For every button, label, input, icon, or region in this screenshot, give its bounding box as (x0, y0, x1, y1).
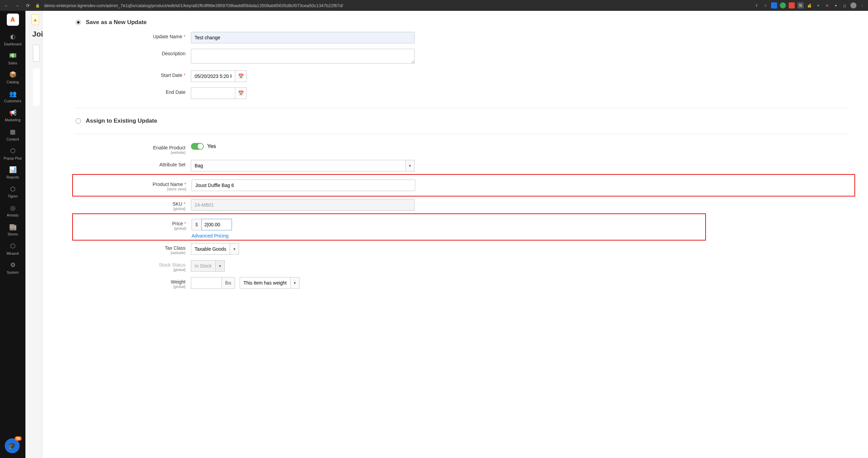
enable-product-value: Yes (207, 143, 216, 149)
browser-back-button[interactable]: ← (3, 2, 9, 9)
underlying-field-fragment (33, 45, 40, 62)
description-row: Description (76, 46, 848, 68)
customers-icon: 👥 (9, 90, 17, 98)
weight-type-caret[interactable]: ▼ (290, 277, 300, 289)
amasty-icon: ◎ (10, 205, 16, 212)
browser-extensions: ⇧ ☆ N 💰 ✦ ⚙ ✦ ◻ ⋮ (753, 2, 865, 8)
sidebar-item-customers[interactable]: 👥Customers (0, 88, 25, 107)
tax-class-row: Tax Class[website] Taxable Goods ▼ (76, 241, 848, 257)
scope-global: [global] (76, 207, 185, 211)
stores-icon: 🏬 (9, 224, 17, 231)
browser-toolbar: ← → ⟳ 🔒 demo-enterprise.tigrendev.com/ad… (0, 0, 868, 11)
chevron-down-icon: ▼ (293, 281, 297, 285)
ext-puzzle-icon[interactable]: ✦ (833, 2, 839, 8)
weight-type-select[interactable]: This item has weight (240, 277, 290, 289)
enable-product-toggle[interactable] (191, 143, 204, 150)
update-name-input[interactable] (191, 32, 415, 43)
description-input[interactable] (191, 49, 415, 64)
ext-blue-icon[interactable] (771, 2, 777, 8)
schedule-update-panel: Save as a New Update Update Name* Descri… (65, 11, 859, 458)
product-name-row: Product Name*[store view] (76, 177, 851, 194)
sidebar-item-content[interactable]: ▦Content (0, 126, 25, 145)
tax-class-select[interactable]: Taxable Goods (191, 243, 230, 255)
chevron-down-icon: ▼ (408, 164, 412, 168)
radio-assign-existing[interactable] (76, 118, 81, 124)
chevron-down-icon: ▼ (233, 247, 236, 251)
share-icon[interactable]: ⇧ (753, 2, 760, 8)
ext-green-icon[interactable] (780, 2, 786, 8)
ext-yellow-icon[interactable]: 💰 (806, 2, 812, 8)
price-currency: $ (192, 219, 201, 230)
attribute-set-caret[interactable]: ▼ (405, 160, 415, 171)
help-badge-count: 56 (15, 436, 22, 441)
calendar-icon: 📅 (238, 74, 244, 79)
browser-url[interactable]: demo-enterprise.tigrendev.com/admin_7e1q… (44, 3, 749, 8)
start-date-input[interactable] (191, 70, 235, 82)
end-date-input[interactable] (191, 87, 235, 99)
sales-icon: 💵 (9, 52, 17, 60)
weight-label: Weight (171, 279, 185, 285)
sidebar-item-stores[interactable]: 🏬Stores (0, 221, 25, 240)
scope-website: [website] (76, 251, 185, 255)
end-date-picker-button[interactable]: 📅 (235, 87, 246, 99)
mirasvit-icon: ⬡ (10, 243, 16, 250)
sidebar-item-system[interactable]: ⚙System (0, 259, 25, 278)
save-as-new-update-option[interactable]: Save as a New Update (76, 16, 848, 29)
advanced-pricing-link[interactable]: Advanced Pricing (192, 233, 415, 238)
assign-existing-update-option[interactable]: Assign to Existing Update (76, 114, 848, 128)
attribute-set-row: Attribute Set Bag ▼ (76, 157, 848, 174)
sidebar-item-catalog[interactable]: 📦Catalog (0, 68, 25, 87)
lock-icon: 🔒 (35, 3, 40, 8)
sidebar-item-reports[interactable]: 📊Reports (0, 164, 25, 183)
update-name-row: Update Name* (76, 29, 848, 46)
page-title-fragment: Joi (32, 30, 43, 39)
sidebar-item-amasty[interactable]: ◎Amasty (0, 202, 25, 221)
sidebar-item-popup-plus[interactable]: ⬡Popup Plus (0, 145, 25, 164)
content-icon: ▦ (10, 128, 16, 136)
scope-website: [website] (76, 150, 185, 154)
browser-reload-button[interactable]: ⟳ (24, 2, 31, 9)
end-date-row: End Date 📅 (76, 85, 848, 102)
product-name-input[interactable] (192, 180, 415, 191)
ext-teal-icon[interactable]: ✦ (815, 2, 821, 8)
price-input[interactable] (201, 219, 232, 230)
tax-class-caret[interactable]: ▼ (230, 243, 239, 255)
underlying-page-sliver: ▲ Joi (25, 11, 42, 458)
section-divider (76, 134, 848, 134)
browser-menu-icon[interactable]: ⋮ (859, 2, 865, 8)
ext-new-icon[interactable]: N (797, 2, 804, 8)
ext-gear-icon[interactable]: ⚙ (824, 2, 830, 8)
underlying-panel-fragment (33, 68, 40, 106)
main-content: ▲ Joi Save as a New Update Update Name* … (25, 11, 868, 458)
weight-input[interactable] (191, 277, 221, 289)
start-date-row: Start Date* 📅 (76, 68, 848, 85)
logo[interactable]: A (7, 14, 19, 26)
start-date-picker-button[interactable]: 📅 (235, 70, 246, 82)
sidebar-item-dashboard[interactable]: ◐Dashboard (0, 30, 25, 49)
stock-status-select: In Stock (191, 260, 215, 272)
avatar-icon[interactable] (850, 2, 856, 8)
sidebar-item-tigren[interactable]: ⬡Tigren (0, 183, 25, 202)
ext-window-icon[interactable]: ◻ (842, 2, 848, 8)
star-icon[interactable]: ☆ (762, 2, 768, 8)
sidebar-item-marketing[interactable]: 📢Marketing (0, 107, 25, 126)
marketing-icon: 📢 (9, 109, 17, 117)
radio-save-as-new[interactable] (76, 20, 81, 25)
sidebar-item-sales[interactable]: 💵Sales (0, 49, 25, 68)
scope-store-view: [store view] (76, 187, 186, 191)
product-name-highlight: Product Name*[store view] (72, 174, 855, 196)
warning-banner-icon: ▲ (32, 14, 39, 25)
attribute-set-select[interactable]: Bag (191, 160, 405, 171)
scope-global: [global] (76, 268, 185, 272)
sku-label: SKU (173, 201, 182, 207)
ext-red-icon[interactable] (789, 2, 795, 8)
help-badge[interactable]: 🎓 56 (5, 438, 20, 453)
browser-forward-button[interactable]: → (14, 2, 20, 9)
price-label: Price (172, 221, 183, 226)
system-icon: ⚙ (10, 262, 16, 269)
assign-existing-label: Assign to Existing Update (86, 118, 157, 124)
price-row: Price*[global] $ Advanced Pricing (76, 216, 702, 238)
scope-global: [global] (76, 285, 185, 289)
sidebar-item-mirasvit[interactable]: ⬡Mirasvit (0, 240, 25, 259)
stock-status-caret: ▼ (215, 260, 225, 272)
